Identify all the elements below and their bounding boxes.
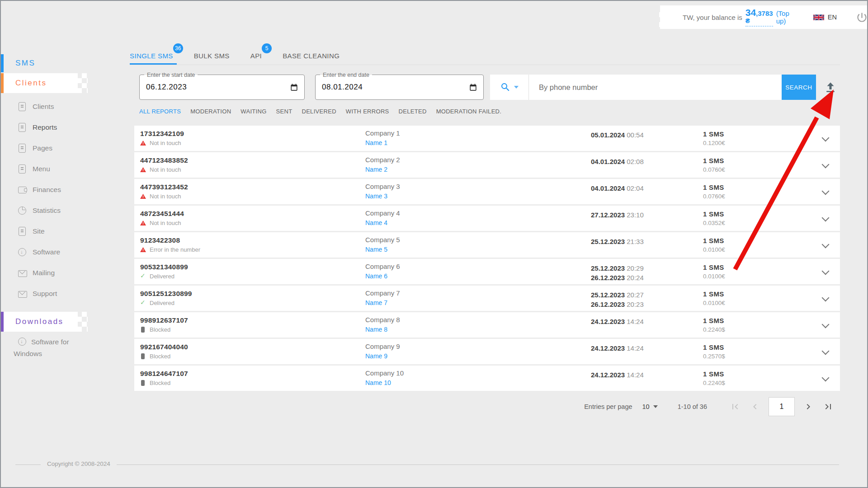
sidebar-section-sms[interactable]: SMS [1, 54, 106, 72]
sender-name-link[interactable]: Name 9 [365, 352, 400, 360]
tab[interactable]: SINGLE SMS 36 [130, 47, 177, 65]
page: TW, your balance is 34,3783 ₴ (Top up) E… [0, 0, 868, 488]
company-column: Company 5 Name 5 [365, 236, 400, 253]
status-filter[interactable]: ALL REPORTS [139, 108, 181, 115]
document-icon [18, 164, 27, 174]
last-page-button[interactable] [823, 401, 834, 412]
status-filter[interactable]: MODERATION [190, 108, 231, 115]
expand-chevron-icon[interactable] [822, 267, 830, 275]
sidebar-item-label: Support [33, 290, 57, 298]
sender-name-link[interactable]: Name 6 [365, 272, 400, 280]
end-date-value[interactable]: 08.01.2024 [316, 75, 483, 99]
sidebar-item[interactable]: Statistics [1, 200, 106, 221]
search-type-dropdown[interactable] [490, 75, 529, 100]
report-row[interactable]: 9123422308 Error in the number Company 5… [134, 232, 840, 258]
report-row[interactable]: 998912637107 Blocked Company 8 Name 8 24… [134, 312, 840, 338]
calendar-icon[interactable] [469, 83, 477, 92]
phone-column: 447393123452 Not in touch [140, 183, 188, 200]
company-name: Company 9 [365, 343, 400, 350]
sidebar-item[interactable]: Reports [1, 117, 106, 138]
start-date-value[interactable]: 06.12.2023 [140, 75, 304, 99]
warning-icon [140, 193, 147, 199]
uk-flag-icon[interactable] [813, 14, 824, 21]
expand-chevron-icon[interactable] [822, 188, 830, 195]
date-column: 24.12.2023 14:24 [591, 343, 644, 353]
download-icon [18, 337, 27, 346]
previous-page-button[interactable] [750, 401, 760, 412]
tab[interactable]: BULK SMS [194, 47, 233, 65]
sender-name-link[interactable]: Name 8 [365, 326, 400, 333]
search-input[interactable] [529, 75, 782, 100]
report-row[interactable]: 447393123452 Not in touch Company 3 Name… [134, 179, 840, 204]
status-filter[interactable]: DELETED [399, 108, 427, 115]
date-column: 24.12.2023 14:24 [591, 370, 644, 380]
calendar-icon[interactable] [290, 83, 298, 92]
sender-name-link[interactable]: Name 2 [365, 166, 400, 173]
sender-name-link[interactable]: Name 5 [365, 246, 400, 253]
pagination-nav: 1 [725, 397, 838, 416]
status-filter[interactable]: MODERATION FAILED. [436, 108, 502, 115]
expand-chevron-icon[interactable] [822, 214, 830, 222]
sms-column: 1 SMS 0.0100€ [703, 290, 725, 306]
sms-price: 0.0760€ [703, 166, 725, 173]
sms-price: 0.2570$ [703, 353, 725, 360]
balance-amount[interactable]: 34,3783 ₴ [745, 8, 773, 27]
sidebar-item[interactable]: Site [1, 221, 106, 242]
status-filter[interactable]: SENT [276, 108, 292, 115]
sidebar-item[interactable]: Finances [1, 179, 106, 200]
sidebar-item[interactable]: Software [1, 242, 106, 263]
warning-icon [140, 220, 147, 226]
date-line: 04.01.2024 02:04 [591, 183, 644, 193]
entries-per-page-select[interactable]: 10 [642, 403, 658, 410]
current-page-box[interactable]: 1 [769, 397, 795, 416]
sender-name-link[interactable]: Name 1 [365, 139, 400, 146]
tab[interactable]: BASE CLEANING [283, 47, 343, 65]
report-row[interactable]: 48723451444 Not in touch Company 4 Name … [134, 206, 840, 231]
tabs-divider [130, 65, 840, 65]
report-row[interactable]: 17312342109 Not in touch Company 1 Name … [134, 126, 840, 151]
tab[interactable]: API 5 [250, 47, 265, 65]
power-logout-icon[interactable] [856, 11, 868, 23]
status-filter[interactable]: WAITING [241, 108, 266, 115]
top-up-link[interactable]: (Top up) [776, 9, 792, 25]
entries-per-page-value: 10 [642, 403, 650, 410]
sidebar-item[interactable]: Pages [1, 138, 106, 159]
sms-price: 0.0760€ [703, 193, 725, 200]
sidebar-item-software-for-windows[interactable]: Software for Windows [1, 336, 87, 360]
phone-number: 998912637107 [140, 316, 188, 324]
sender-name-link[interactable]: Name 3 [365, 192, 400, 200]
sidebar-item[interactable]: Mailing [1, 263, 106, 283]
next-page-button[interactable] [803, 401, 814, 412]
report-row[interactable]: 905321340899 Delivered Company 6 Name 6 … [134, 259, 840, 284]
expand-chevron-icon[interactable] [822, 321, 830, 328]
sidebar-item[interactable]: Menu [1, 159, 106, 179]
sender-name-link[interactable]: Name 10 [365, 379, 404, 386]
start-date-field[interactable]: Enter the start date 06.12.2023 [139, 75, 305, 100]
upload-export-icon[interactable] [824, 80, 837, 94]
expand-chevron-icon[interactable] [822, 241, 830, 249]
language-label[interactable]: EN [828, 14, 837, 21]
sender-name-link[interactable]: Name 4 [365, 219, 400, 226]
sidebar-section-downloads[interactable]: Downloads [1, 312, 78, 332]
sidebar-item[interactable]: Support [1, 283, 106, 304]
sidebar-item[interactable]: Clients [1, 96, 106, 117]
report-row[interactable]: 9051251230899 Delivered Company 7 Name 7… [134, 286, 840, 311]
download-icon [18, 248, 27, 257]
sender-name-link[interactable]: Name 7 [365, 299, 400, 306]
date-line: 25.12.2023 20:29 [591, 263, 644, 273]
first-page-button[interactable] [730, 401, 741, 412]
status-filter[interactable]: DELIVERED [302, 108, 336, 115]
expand-chevron-icon[interactable] [822, 294, 830, 302]
report-row[interactable]: 992167404040 Blocked Company 9 Name 9 24… [134, 339, 840, 364]
report-row[interactable]: 447123483852 Not in touch Company 2 Name… [134, 152, 840, 178]
status-filter[interactable]: WITH ERRORS [346, 108, 389, 115]
end-date-field[interactable]: Enter the end date 08.01.2024 [315, 75, 484, 100]
sidebar-section-clients[interactable]: Clients [1, 73, 78, 93]
expand-chevron-icon[interactable] [822, 134, 830, 142]
report-row[interactable]: 998124647107 Blocked Company 10 Name 10 … [134, 366, 840, 391]
expand-chevron-icon[interactable] [822, 347, 830, 355]
date-column: 25.12.2023 20:27 26.12.2023 20:23 [591, 290, 644, 309]
search-button[interactable]: SEARCH [782, 75, 816, 100]
expand-chevron-icon[interactable] [822, 161, 830, 169]
expand-chevron-icon[interactable] [822, 374, 830, 382]
